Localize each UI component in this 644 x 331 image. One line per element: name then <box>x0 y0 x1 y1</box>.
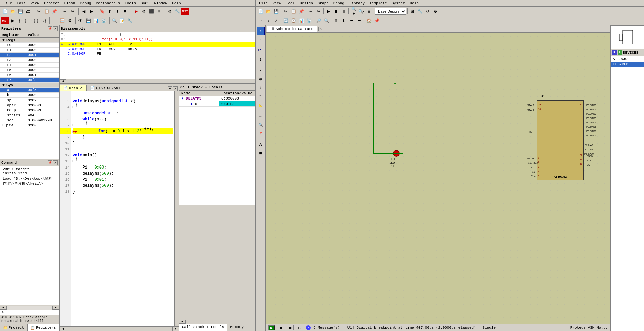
schematic-close-btn[interactable]: ✕ <box>318 27 323 31</box>
tab-registers[interactable]: 📋 Registers <box>27 324 59 331</box>
scroll-track[interactable] <box>7 306 52 310</box>
scroll-right-btn[interactable]: ▶ <box>52 306 59 310</box>
table-row[interactable]: r4 0x00 <box>0 63 59 68</box>
clear-bookmark-btn[interactable]: ✖ <box>121 8 129 15</box>
rebuild-btn[interactable]: ⚙ <box>140 8 147 15</box>
schematic-capture-tab[interactable]: 🖥 Schematic Capture <box>267 26 317 32</box>
proto-tb2-2[interactable]: ↕ <box>265 17 272 24</box>
psw-expand-icon[interactable]: + <box>2 123 4 127</box>
step-over-btn[interactable]: {→} <box>24 17 32 24</box>
proto-menu-template[interactable]: Template <box>367 1 389 6</box>
table-row[interactable]: dptr 0x0000 <box>0 103 59 108</box>
proto-tb2-11[interactable]: ⬇ <box>340 17 347 24</box>
command-hscroll[interactable]: ◀ ▶ <box>0 305 59 310</box>
proto-paste-btn[interactable]: 📌 <box>298 8 305 15</box>
paste-btn[interactable]: 📌 <box>51 8 58 15</box>
code-scroll-left[interactable]: ◀ <box>60 327 66 331</box>
proto-settings-btn[interactable]: ⚙ <box>432 8 439 15</box>
proto-grid-btn[interactable]: ⊞ <box>409 8 416 15</box>
proto-save-btn[interactable]: 💾 <box>272 8 280 15</box>
tab-startup[interactable]: 📄 STARTUP.A51 <box>86 85 124 91</box>
settings-btn[interactable]: ⚙ <box>166 8 173 15</box>
probe-tool[interactable]: 🔍 <box>257 121 265 129</box>
device-led-red[interactable]: LED-RED <box>611 62 644 67</box>
junction-tool[interactable]: ⊕ <box>257 75 265 83</box>
command-close-btn[interactable]: ✕ <box>53 160 58 165</box>
code-scroll-right[interactable]: ▶ <box>172 327 179 331</box>
tab-project[interactable]: 📁 Project <box>0 324 27 331</box>
table-row[interactable]: b 0x00 <box>0 93 59 98</box>
cut-btn[interactable]: ✂ <box>35 8 43 15</box>
table-row[interactable]: PC $ 0x000d <box>0 108 59 113</box>
device-at89c52[interactable]: AT89C52 <box>611 56 644 62</box>
break-btn[interactable]: ⏸ <box>51 17 58 24</box>
tab-callstack[interactable]: Call Stack + Locals <box>179 324 227 331</box>
table-row[interactable]: r5 0x00 <box>0 68 59 73</box>
stop-btn[interactable]: ⬛ <box>148 8 155 15</box>
sys-expand-icon[interactable]: ▼ <box>2 83 5 87</box>
code-hscroll[interactable]: ◀ ▶ <box>60 326 179 331</box>
proto-copy-btn[interactable]: 📋 <box>290 8 297 15</box>
edit-wire-tool[interactable]: ✏ <box>257 112 265 120</box>
registers-close-btn[interactable]: ✕ <box>53 26 58 31</box>
power-tool[interactable]: ⏚ <box>257 84 265 92</box>
dbg-set-btn[interactable]: ⚙ <box>66 17 73 24</box>
proto-undo-btn[interactable]: ↩ <box>307 8 315 15</box>
proto-tb2-9[interactable]: 🔍 <box>323 17 330 24</box>
menu-project[interactable]: Project <box>42 1 61 6</box>
proto-menu-tool[interactable]: Tool <box>284 1 297 6</box>
proto-menu-graph[interactable]: Graph <box>316 1 331 6</box>
proto-tb2-7[interactable]: 📡 <box>305 17 313 24</box>
bus-wire-tool[interactable]: ≡ <box>257 92 265 101</box>
code-content[interactable]: void delayms(unsigned int x) □{ unsigned… <box>71 91 174 326</box>
regs-expand-icon[interactable]: ▼ <box>2 38 5 42</box>
proto-pause-btn2[interactable]: ⏸ <box>278 325 284 330</box>
redo-btn[interactable]: ↪ <box>69 8 76 15</box>
cs-scroll-left[interactable]: ◀ <box>179 320 186 324</box>
bus-tool[interactable]: ↕ <box>257 55 265 63</box>
download-btn[interactable]: ⬇ <box>155 8 163 15</box>
proto-zoom-fit-btn[interactable]: ⊞ <box>365 8 373 15</box>
proto-new-btn[interactable]: 📄 <box>257 8 264 15</box>
run-btn[interactable]: ▶ <box>9 17 16 24</box>
proto-tb2-14[interactable]: 🏠 <box>365 17 373 24</box>
save-all-btn[interactable]: 🗃 <box>24 8 32 15</box>
table-row[interactable]: states 404 <box>0 113 59 118</box>
dbg-btn[interactable]: RST <box>181 8 189 15</box>
code-vscroll[interactable] <box>174 91 179 326</box>
reset-btn[interactable]: RST <box>1 17 9 24</box>
devices-btn-blue[interactable]: P <box>612 50 617 55</box>
proto-design-dropdown[interactable]: Base Design <box>375 8 406 15</box>
proto-play-btn[interactable]: ▶ <box>268 325 275 330</box>
proto-tb2-15[interactable]: 📌 <box>373 17 380 24</box>
text-tool[interactable]: A <box>257 141 265 149</box>
tab-main-c[interactable]: 📄 main.c <box>60 85 87 91</box>
bookmark-btn[interactable]: 🔖 <box>98 8 106 15</box>
memory-btn[interactable]: 💾 <box>85 17 92 24</box>
step-btn[interactable]: {} <box>17 17 24 24</box>
label-tool[interactable]: LBL <box>257 47 265 55</box>
proto-redo-btn[interactable]: ↪ <box>315 8 322 15</box>
prev-bookmark-btn[interactable]: ⬆ <box>106 8 113 15</box>
table-row[interactable]: r7 0xf3 <box>0 78 59 83</box>
step-out-btn[interactable]: {↑} <box>32 17 40 24</box>
marker-tool[interactable]: 📍 <box>257 130 265 138</box>
proto-stop-btn2[interactable]: ⏹ <box>287 325 294 330</box>
watch-btn[interactable]: 👁 <box>77 17 84 24</box>
cs-row-delayms[interactable]: ● DELAYMS C:0x0003 <box>179 96 255 101</box>
serial-btn[interactable]: 📡 <box>100 17 107 24</box>
wire-tool[interactable]: ⟋ <box>257 36 265 44</box>
scroll-left-btn[interactable]: ◀ <box>0 306 7 310</box>
component-tool[interactable]: ⚡ <box>257 66 265 74</box>
proto-menu-debug[interactable]: Debug <box>331 1 346 6</box>
toolbar-extra1[interactable]: 🔍 <box>111 17 118 24</box>
selection-tool[interactable]: ↖ <box>257 27 265 35</box>
menu-window[interactable]: Window <box>152 1 170 6</box>
proto-cut-btn[interactable]: ✂ <box>282 8 289 15</box>
proto-pause-btn[interactable]: ⏸ <box>340 8 347 15</box>
registers-pin-btn[interactable]: 📌 <box>48 26 52 31</box>
shape-tool[interactable]: ■ <box>257 149 265 157</box>
toolbar-extra2[interactable]: 📝 <box>118 17 126 24</box>
proto-menu-library[interactable]: Library <box>347 1 367 6</box>
menu-tools[interactable]: Tools <box>123 1 138 6</box>
